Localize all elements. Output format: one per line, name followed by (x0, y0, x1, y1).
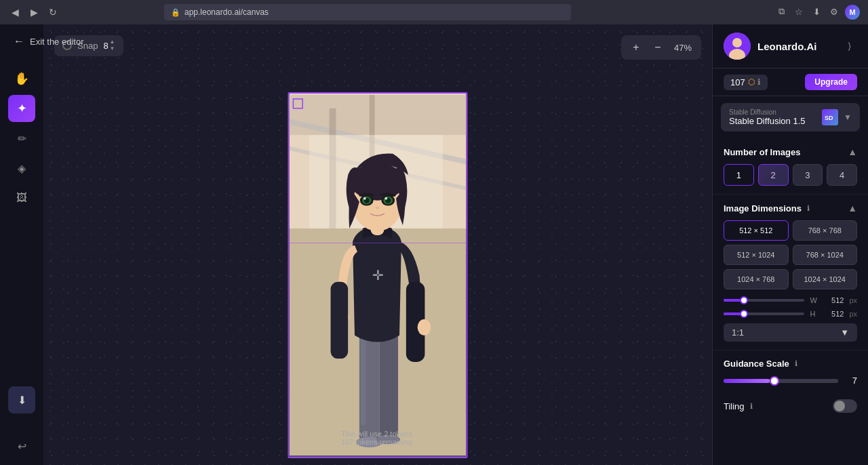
image-dimensions-title: Image Dimensions (724, 203, 802, 214)
hand-icon: ✋ (14, 71, 29, 86)
dim-768x768-button[interactable]: 768 × 768 (793, 220, 858, 241)
snap-down-arrow[interactable]: ▼ (110, 45, 115, 52)
canvas-image-container[interactable]: ✛ (288, 92, 468, 458)
width-slider-thumb[interactable] (740, 296, 748, 304)
num-images-3-button[interactable]: 3 (793, 164, 823, 186)
width-label: W (810, 296, 819, 304)
num-images-2-button[interactable]: 2 (758, 164, 789, 186)
width-slider-track[interactable] (724, 299, 804, 302)
aspect-ratio-value: 1:1 (732, 327, 744, 338)
nav-forward-button[interactable]: ▶ (27, 5, 41, 19)
exit-editor-button[interactable]: ← Exit the editor (0, 24, 98, 58)
model-info: Stable Diffusion Stable Diffusion 1.5 (729, 108, 816, 126)
model-chevron-icon: ▼ (844, 113, 852, 122)
canvas-image: ✛ (290, 94, 467, 457)
token-icon: ⬡ (748, 77, 755, 87)
guidance-slider-thumb[interactable] (770, 376, 779, 386)
panel-collapse-button[interactable]: ⟩ (841, 38, 857, 54)
select-icon: ✦ (17, 101, 27, 116)
width-unit: px (849, 296, 857, 304)
extensions-menu-icon[interactable]: ⚙ (827, 5, 841, 18)
browser-bar: ◀ ▶ ↻ 🔒 app.leonardo.ai/canvas ⧉ ☆ ⬇ ⚙ M (0, 0, 868, 24)
dimensions-collapse-icon[interactable]: ▲ (848, 203, 857, 214)
extensions-icon[interactable]: ⧉ (774, 5, 788, 18)
star-icon[interactable]: ☆ (792, 5, 806, 18)
num-images-1-button[interactable]: 1 (724, 164, 754, 186)
download-manager-icon[interactable]: ⬇ (810, 5, 823, 18)
url-text: app.leonardo.ai/canvas (184, 7, 269, 17)
hand-tool-button[interactable]: ✋ (8, 65, 35, 92)
upgrade-button[interactable]: Upgrade (805, 74, 857, 90)
model-name-label: Stable Diffusion 1.5 (729, 116, 816, 126)
panel-title: Leonardo.Ai (757, 41, 834, 52)
svg-rect-9 (379, 329, 398, 439)
tiling-toggle[interactable] (833, 399, 857, 413)
profile-avatar[interactable]: M (845, 5, 860, 20)
eraser-tool-button[interactable]: ◈ (8, 155, 35, 182)
dim-1024x1024-button[interactable]: 1024 × 1024 (793, 269, 858, 289)
num-images-title: Number of Images (724, 147, 800, 157)
tiling-title: Tiling (724, 401, 745, 411)
guidance-slider-row: 7 (724, 376, 857, 386)
guidance-slider-track[interactable] (724, 379, 838, 383)
num-images-4-button[interactable]: 4 (827, 164, 857, 186)
svg-point-25 (384, 197, 387, 200)
num-images-collapse-icon[interactable]: ▲ (848, 146, 857, 157)
height-slider-row: H 512 px (724, 310, 857, 318)
dimensions-grid: 512 × 512 768 × 768 512 × 1024 768 × 102… (724, 220, 857, 289)
section-header-dimensions: Image Dimensions ℹ ▲ (724, 203, 857, 214)
height-value: 512 (825, 310, 844, 318)
zoom-out-button[interactable]: − (648, 38, 667, 57)
dim-1024x768-button[interactable]: 1024 × 768 (724, 269, 789, 289)
dim-512x1024-button[interactable]: 512 × 1024 (724, 245, 789, 265)
download-icon: ⬇ (18, 394, 26, 407)
svg-point-26 (418, 319, 431, 336)
guidance-value: 7 (844, 376, 857, 386)
zoom-in-button[interactable]: + (627, 38, 646, 57)
tiling-info-icon[interactable]: ℹ (750, 402, 753, 411)
tiling-toggle-thumb (834, 401, 845, 411)
token-number: 107 (730, 77, 745, 87)
select-tool-button[interactable]: ✦ (8, 95, 35, 122)
move-icon: ✛ (372, 267, 384, 283)
url-bar[interactable]: 🔒 app.leonardo.ai/canvas (164, 4, 571, 20)
height-slider-track[interactable] (724, 312, 804, 315)
svg-point-21 (363, 197, 366, 200)
undo-button[interactable]: ↩ (8, 432, 35, 460)
guidance-scale-section: Guidance Scale ℹ 7 (713, 350, 868, 394)
left-toolbar: ✋ ✦ ✏ ◈ 🖼 ⬇ ↩ (0, 24, 43, 465)
browser-actions: ⧉ ☆ ⬇ ⚙ M (774, 5, 860, 20)
snap-up-arrow[interactable]: ▲ (110, 39, 115, 45)
panel-avatar (724, 33, 751, 60)
guidance-slider-fill (724, 379, 770, 383)
height-slider-thumb[interactable] (740, 310, 748, 318)
dim-512x512-button[interactable]: 512 × 512 (724, 220, 789, 241)
canvas-area[interactable]: Snap 8 ▲ ▼ + − 47% (43, 24, 712, 465)
app-layout: ← Exit the editor ✋ ✦ ✏ ◈ 🖼 ⬇ ↩ (0, 24, 868, 465)
width-slider-row: W 512 px (724, 296, 857, 304)
token-remaining-text: 107 tokens remaining. (341, 438, 414, 446)
image-upload-button[interactable]: 🖼 (8, 184, 35, 211)
token-info-icon[interactable]: ℹ (757, 77, 761, 87)
model-selector[interactable]: Stable Diffusion Stable Diffusion 1.5 SD… (721, 103, 860, 132)
width-value: 512 (825, 296, 844, 304)
dim-768x1024-button[interactable]: 768 × 1024 (793, 245, 858, 265)
nav-back-button[interactable]: ◀ (8, 5, 22, 19)
dimensions-info-icon[interactable]: ℹ (807, 204, 810, 213)
nav-refresh-button[interactable]: ↻ (46, 5, 60, 19)
aspect-ratio-chevron-icon: ▼ (840, 327, 849, 338)
snap-value: 8 (103, 41, 108, 51)
num-images-grid: 1 2 3 4 (724, 164, 857, 186)
brush-icon: ✏ (18, 132, 26, 145)
exit-arrow-icon: ← (14, 35, 24, 47)
brush-tool-button[interactable]: ✏ (8, 125, 35, 152)
token-usage-text: This will use 2 tokens. (341, 430, 414, 438)
aspect-ratio-selector[interactable]: 1:1 ▼ (724, 323, 857, 342)
download-button[interactable]: ⬇ (8, 386, 35, 413)
upload-icon: 🖼 (16, 192, 27, 204)
zoom-level: 47% (670, 43, 696, 53)
model-icon: SD (822, 109, 838, 125)
panel-header: Leonardo.Ai ⟩ (713, 24, 868, 68)
undo-icon: ↩ (18, 440, 26, 453)
guidance-info-icon[interactable]: ℹ (795, 359, 797, 368)
